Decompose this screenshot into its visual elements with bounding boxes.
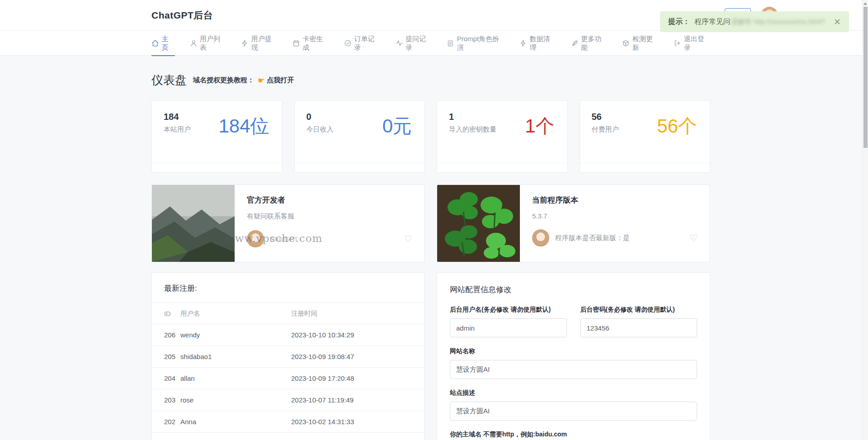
cell-username: ohgodshesjunny bbox=[180, 433, 291, 440]
media-card-subtitle: 5.3.7 bbox=[532, 212, 698, 220]
close-icon[interactable]: ✕ bbox=[827, 17, 841, 27]
column-header-username: 用户名 bbox=[180, 303, 291, 324]
stat-card-footer bbox=[437, 163, 567, 172]
version-card: 当前程序版本 5.3.7 程序版本是否最新版：是 ♡ bbox=[437, 185, 710, 262]
cell-time: 2023-09-26 14:24:05 bbox=[291, 433, 424, 440]
stat-big-value: 1个 bbox=[525, 114, 554, 139]
nav-item-label: 卡密生成 bbox=[303, 35, 329, 52]
bolt-icon bbox=[519, 39, 527, 47]
package-icon bbox=[622, 39, 630, 47]
list-icon bbox=[447, 39, 454, 47]
nav-item-logout[interactable]: 退出登录 bbox=[674, 31, 710, 56]
column-header-id: ID bbox=[152, 303, 180, 324]
stat-card-imported-keys: 1 导入的密钥数量 1个 bbox=[437, 100, 568, 173]
card-icon bbox=[292, 39, 300, 47]
heart-icon[interactable]: ♡ bbox=[404, 234, 412, 243]
tutorial-open-link[interactable]: 点我打开 bbox=[267, 76, 294, 85]
developer-card: 官方开发者 有疑问联系客服 ChatGPT ♡ www.vpsche.com bbox=[151, 185, 425, 262]
nav-item-orders[interactable]: 订单记录 bbox=[344, 31, 381, 56]
cell-id: 201 bbox=[152, 433, 180, 440]
stats-row: 184 本站用户 184位 0 今日收入 0元 1 导入的密钥数量 1个 56 … bbox=[151, 100, 710, 173]
nav-item-user-list[interactable]: 用户列表 bbox=[190, 31, 226, 56]
column-header-time: 注册时间 bbox=[291, 303, 424, 324]
form-title: 网站配置信息修改 bbox=[450, 284, 697, 295]
stat-card-paid-users: 56 付费用户 56个 bbox=[580, 100, 711, 173]
media-card-title: 当前程序版本 bbox=[532, 195, 698, 205]
nav-item-label: 提问记录 bbox=[406, 35, 432, 52]
nav-item-label: Prompt角色扮演 bbox=[457, 35, 505, 52]
main-nav: 主页 用户列表 用户提现 卡密生成 订单记录 提问记录 Prompt角色扮演 bbox=[0, 31, 868, 56]
table-row: 202 Anna 2023-10-02 14:31:33 bbox=[152, 411, 424, 433]
check-circle-icon bbox=[344, 39, 352, 47]
stat-card-footer bbox=[152, 163, 282, 172]
home-icon bbox=[151, 39, 159, 47]
nav-item-label: 用户提现 bbox=[251, 35, 278, 52]
nav-item-data-clean[interactable]: 数据清理 bbox=[519, 31, 556, 56]
stat-card-total-users: 184 本站用户 184位 bbox=[151, 100, 283, 173]
cell-id: 202 bbox=[152, 411, 180, 433]
feather-icon bbox=[571, 39, 579, 47]
admin-username-field[interactable] bbox=[450, 318, 567, 337]
site-config-panel: 网站配置信息修改 后台用户名(务必修改 请勿使用默认) 后台密码(务必修改 请勿… bbox=[437, 272, 710, 440]
toast-notification: 提示： 程序常见问 题解答 http://xxxxxxxx/xx.html? ✕ bbox=[660, 11, 849, 32]
nav-item-prompt-roleplay[interactable]: Prompt角色扮演 bbox=[447, 31, 505, 56]
tutorial-label: 域名授权更换教程： bbox=[193, 76, 254, 85]
app-title: ChatGPT后台 bbox=[151, 9, 213, 22]
media-card-subtitle: 有疑问联系客服 bbox=[247, 212, 412, 221]
cell-time: 2023-10-10 10:34:29 bbox=[291, 324, 424, 346]
stat-big-value: 0元 bbox=[382, 114, 412, 139]
pointing-hand-icon: ☛ bbox=[258, 76, 265, 85]
cell-username: allan bbox=[180, 368, 291, 389]
media-card-title: 官方开发者 bbox=[247, 195, 412, 205]
scrollbar-thumb[interactable] bbox=[863, 7, 868, 148]
stat-card-today-income: 0 今日收入 0元 bbox=[294, 100, 425, 173]
cell-time: 2023-10-09 17:20:48 bbox=[291, 368, 424, 389]
scrollbar[interactable] bbox=[862, 0, 868, 440]
nav-item-label: 主页 bbox=[161, 35, 175, 52]
admin-username-label: 后台用户名(务必修改 请勿使用默认) bbox=[450, 306, 567, 314]
stat-card-footer bbox=[580, 163, 710, 172]
avatar bbox=[532, 229, 549, 246]
nav-item-check-update[interactable]: 检测更新 bbox=[622, 31, 659, 56]
logout-icon bbox=[674, 39, 681, 47]
site-name-field[interactable] bbox=[450, 360, 697, 379]
table-row: 204 allan 2023-10-09 17:20:48 bbox=[152, 368, 424, 389]
nav-item-card-gen[interactable]: 卡密生成 bbox=[292, 31, 329, 56]
nav-item-label: 数据清理 bbox=[530, 35, 556, 52]
media-footer-text: 程序版本是否最新版：是 bbox=[555, 234, 630, 242]
nav-item-withdraw[interactable]: 用户提现 bbox=[241, 31, 278, 56]
toast-text: 程序常见问 bbox=[694, 17, 731, 27]
nav-item-label: 更多功能 bbox=[581, 35, 607, 52]
main-domain-label: 你的主域名 不需要http，例如:baidu.com bbox=[450, 431, 697, 439]
site-description-field[interactable] bbox=[450, 402, 697, 421]
cell-username: rose bbox=[180, 389, 291, 411]
cell-id: 204 bbox=[152, 368, 180, 389]
media-footer-text: ChatGPT bbox=[270, 235, 298, 243]
table-row: 203 rose 2023-10-07 11:19:49 bbox=[152, 389, 424, 411]
admin-password-field[interactable] bbox=[580, 318, 698, 337]
table-row: 205 shidabao1 2023-10-09 19:08:47 bbox=[152, 346, 424, 368]
page-title: 仪表盘 bbox=[151, 72, 187, 88]
admin-password-label: 后台密码(务必修改 请勿使用默认) bbox=[580, 306, 698, 314]
cell-id: 203 bbox=[152, 389, 180, 411]
cell-username: wendy bbox=[180, 324, 291, 346]
nav-item-questions[interactable]: 提问记录 bbox=[396, 31, 432, 56]
user-icon bbox=[190, 39, 198, 47]
toast-redacted-url: 题解答 http://xxxxxxxx/xx.html? bbox=[731, 18, 825, 26]
site-name-label: 网站名称 bbox=[450, 347, 697, 355]
nav-item-home[interactable]: 主页 bbox=[151, 31, 175, 56]
scrollbar-up-arrow-icon[interactable] bbox=[863, 2, 867, 5]
cell-id: 205 bbox=[152, 346, 180, 368]
bolt-icon bbox=[241, 39, 249, 47]
nav-item-more-features[interactable]: 更多功能 bbox=[571, 31, 608, 56]
heart-icon[interactable]: ♡ bbox=[689, 233, 698, 242]
site-description-label: 站点描述 bbox=[450, 389, 697, 397]
mountain-landscape-image bbox=[152, 185, 235, 262]
stat-big-value: 184位 bbox=[218, 114, 269, 139]
cell-time: 2023-10-02 14:31:33 bbox=[291, 411, 424, 433]
avatar bbox=[247, 230, 264, 247]
toast-prefix: 提示： bbox=[668, 17, 690, 27]
stat-big-value: 56个 bbox=[657, 114, 697, 139]
activity-icon bbox=[396, 39, 403, 47]
table-row: 206 wendy 2023-10-10 10:34:29 bbox=[152, 324, 424, 346]
